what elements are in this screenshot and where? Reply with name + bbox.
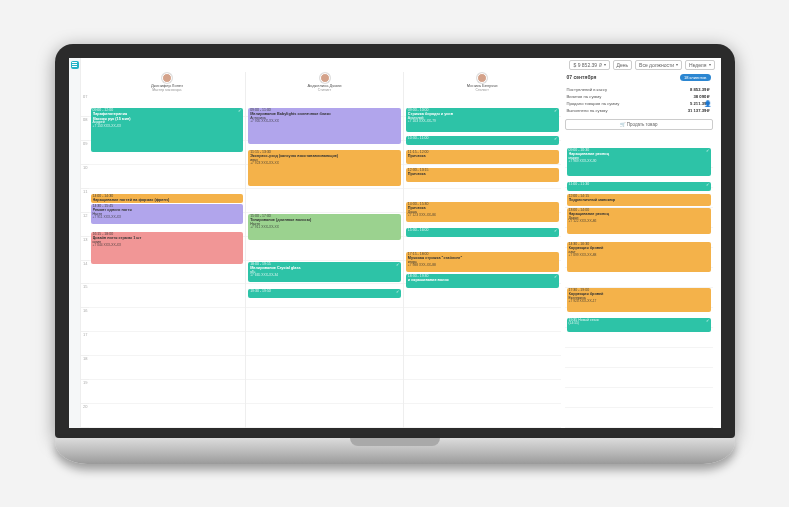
summary-panel: 07 сентября 18 клиентов Поступлений в ка…: [565, 72, 713, 130]
summary-stat-row: Визитов на сумму38 090 ₽: [565, 93, 713, 100]
check-icon: ✓: [554, 109, 557, 113]
time-ruler: 0708091011121314151617181920: [81, 94, 89, 428]
appointment-card[interactable]: 17:30 - 19:00Коррекция бровейЕкатерина+7…: [567, 288, 711, 312]
check-icon: ✓: [238, 109, 241, 113]
staff-header-row: Джинифер Лопез Мастер маникюра Анджелина…: [89, 72, 561, 94]
calendar-column[interactable]: 09:00 - 11:00Мелирование Babylights солн…: [246, 94, 404, 428]
appointment-card[interactable]: 16:15 - 18:00Дизайн ногтя стразы 1 штюли…: [91, 232, 244, 264]
check-icon: ✓: [706, 319, 709, 323]
appointment-card[interactable]: 14:30 - 15:45Ремонт одного ногтяНастя+7 …: [91, 204, 244, 224]
app-screen: $ 9 852.39 ₽ День Все должности Неделя Д…: [69, 58, 721, 428]
check-icon: ✓: [554, 275, 557, 279]
right-calendar-column[interactable]: 09:00 - 10:30Наращивание ресницмария+7 9…: [565, 148, 713, 428]
calendar-column[interactable]: 09:00 - 12:00ПарафинотерапияМассаж рук (…: [89, 94, 247, 428]
cart-icon: 🛒: [620, 122, 627, 127]
appointment-card[interactable]: 14:00 - 15:30ПрическаДаша+7 123 XXX-XX-8…: [406, 202, 559, 222]
staff-role: Мастер маникюра: [152, 88, 181, 92]
appointment-card[interactable]: 09:00 - 12:00ПарафинотерапияМассаж рук (…: [91, 108, 244, 152]
avatar: [320, 73, 330, 83]
appointment-card[interactable]: 11:15 - 13:30Экспресс-уход (капсулы восс…: [248, 150, 401, 186]
add-staff-button[interactable]: 👤+: [703, 100, 713, 110]
appointment-card[interactable]: 14:30 - 16:30Коррекция бровейазат+7 099 …: [567, 242, 711, 272]
check-icon: ✓: [396, 290, 399, 294]
avatar: [477, 73, 487, 83]
position-dropdown[interactable]: Все должности: [635, 60, 682, 70]
appointment-card[interactable]: 12:30 - 13:15Прическа: [406, 168, 559, 182]
appointment-card[interactable]: 18:00 - 19:15Мелирование Crystal glassуГ…: [248, 262, 401, 282]
top-toolbar: $ 9 852.39 ₽ День Все должности Неделя: [69, 58, 721, 72]
summary-date: 07 сентября: [567, 74, 597, 80]
left-menu-strip: [69, 58, 81, 428]
laptop-base: [55, 438, 735, 464]
appointment-card[interactable]: 19:35 Новый сеанс(14:55)✓: [567, 318, 711, 332]
appointment-card[interactable]: 19:30 - 19:50✓: [248, 289, 401, 298]
check-icon: ✓: [706, 149, 709, 153]
appointment-card[interactable]: 13:00 - 14:00Наращивание ресницДарья+7 1…: [567, 208, 711, 234]
appointment-card[interactable]: 15:30 - 16:00✓: [406, 228, 559, 237]
check-icon: ✓: [554, 137, 557, 141]
avatar: [162, 73, 172, 83]
staff-column-header[interactable]: Джинифер Лопез Мастер маникюра: [89, 72, 247, 94]
staff-column-header[interactable]: Анджелина Джоли Стилист: [246, 72, 404, 94]
appointment-card[interactable]: 11:00 - 11:30✓: [567, 182, 711, 191]
trackpad-notch: [350, 438, 440, 446]
staff-role: Стилист: [475, 88, 488, 92]
appointment-card[interactable]: 11:15 - 12:00Прическа: [406, 150, 559, 164]
appointment-card[interactable]: 18:30 - 19:30и окрашивание волос✓: [406, 274, 559, 288]
calendar-column[interactable]: 09:00 - 10:00Стрижка бороды и усовАнатол…: [404, 94, 561, 428]
appointment-card[interactable]: 12:00 - 14:15Подресничный маникюр: [567, 194, 711, 206]
summary-stat-row: Продано товаров на сумму5 211.39 ₽: [565, 100, 713, 107]
view-day-button[interactable]: День: [613, 60, 633, 70]
appointment-card[interactable]: 09:00 - 10:30Наращивание ресницмария+7 9…: [567, 148, 711, 176]
sell-product-button[interactable]: 🛒 Продать товар: [565, 119, 713, 130]
appointment-card[interactable]: 10:30 - 11:00✓: [406, 136, 559, 145]
summary-stat-row: Выполнено на сумму31 137.39 ₽: [565, 107, 713, 114]
balance-dropdown[interactable]: $ 9 852.39 ₽: [569, 60, 609, 70]
check-icon: ✓: [554, 229, 557, 233]
appointment-card[interactable]: 09:00 - 10:00Стрижка бороды и усовАнатол…: [406, 108, 559, 132]
period-dropdown[interactable]: Неделя: [685, 60, 714, 70]
staff-role: Стилист: [318, 88, 331, 92]
appointment-card[interactable]: 14:00 - 14:30Наращивание ногтей на форма…: [91, 194, 244, 203]
laptop-frame: $ 9 852.39 ₽ День Все должности Неделя Д…: [55, 44, 735, 464]
appointment-card[interactable]: 17:15 - 18:00Мужская стрижка "стайлинг"и…: [406, 252, 559, 272]
screen-bezel: $ 9 852.39 ₽ День Все должности Неделя Д…: [55, 44, 735, 438]
staff-column-header[interactable]: Моника Белуччи Стилист: [404, 72, 561, 94]
check-icon: ✓: [706, 183, 709, 187]
summary-stat-row: Поступлений в кассу8 852.39 ₽: [565, 86, 713, 93]
calendar-body: 09:00 - 12:00ПарафинотерапияМассаж рук (…: [89, 94, 561, 428]
appointment-card[interactable]: 15:00 - 17:00Тонирование (длинные волосы…: [248, 214, 401, 240]
appointment-card[interactable]: 09:00 - 11:00Мелирование Babylights солн…: [248, 108, 401, 144]
check-icon: ✓: [396, 263, 399, 267]
clients-badge: 18 клиентов: [680, 74, 711, 81]
